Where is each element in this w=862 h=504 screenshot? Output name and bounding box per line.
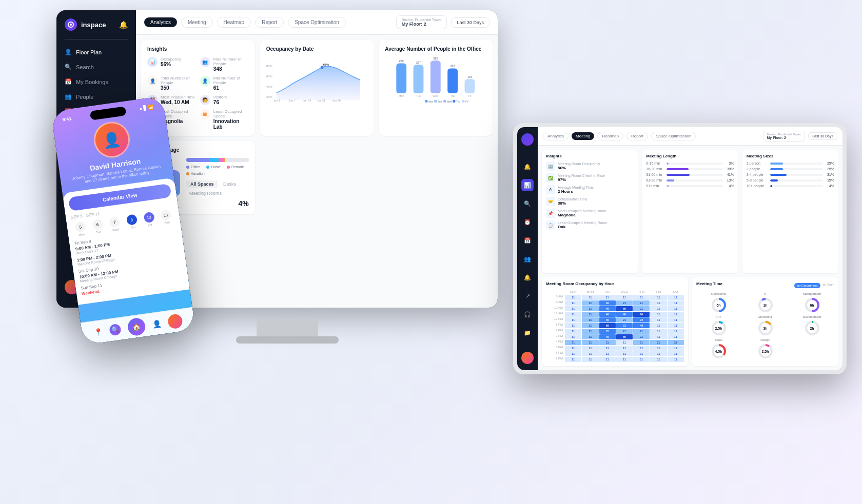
ms-1: 2 people 25%	[747, 167, 834, 171]
day-8: 8	[126, 214, 138, 226]
svg-text:257: 257	[416, 61, 421, 64]
nav-pill-heatmap[interactable]: Heatmap	[217, 17, 251, 28]
insight-occupancy: 📊 Occupancy 56%	[147, 57, 196, 72]
tablet-device: 🔔 📊 🔍 ⏰ 📅 👥 🔔 ↗ 🎧 📁 Analytics Meeting He…	[513, 123, 847, 374]
occupancy-line-chart: 20% 40% 60% 80% 68% Jun 1 Jun 7	[266, 57, 368, 103]
sidebar-item-floorplan[interactable]: 👤 Floor Plan	[56, 45, 136, 59]
space-seg-office	[186, 158, 209, 162]
svg-rect-13	[397, 64, 407, 94]
insights-title: Insights	[147, 46, 249, 52]
tablet-nav-search[interactable]: 🔍	[521, 197, 534, 210]
sidebar-item-mybookings[interactable]: 📅 My Bookings	[56, 74, 136, 89]
svg-text:Mon: Mon	[429, 100, 434, 103]
search-icon: 🔍	[65, 64, 72, 70]
tablet-user-avatar[interactable]	[521, 352, 534, 364]
occ-chart-title: Occupancy by Date	[266, 46, 368, 52]
dashboard-grid: Insights 📊 Occupancy 56% 👥	[136, 35, 498, 219]
tablet-floor: My Floor: 2	[767, 136, 801, 139]
logo-icon	[65, 18, 77, 31]
tablet-topnav: Analytics Meeting Heatmap Report Space O…	[538, 127, 843, 146]
avg-people-chart: 262 257 312 210 107 Mon Tue Wed Thu Fri …	[385, 57, 486, 103]
time-label: Most Popular Time	[161, 95, 195, 99]
nav-pill-analytics[interactable]: Analytics	[144, 17, 177, 27]
svg-text:Fri: Fri	[466, 100, 468, 103]
t-insight-3: 🤝 Collaborative Time 38%	[546, 197, 634, 206]
least-space-value: Innovation Lab	[213, 118, 249, 130]
tablet-nav-calendar[interactable]: 📅	[521, 234, 534, 247]
tablet-nav-headphones[interactable]: 🎧	[521, 308, 534, 320]
desktop-logo: inspace 🔔	[56, 18, 136, 39]
phone-nav-home[interactable]: 🏠	[127, 317, 146, 336]
ml-4: 91+ min 4%	[646, 184, 734, 188]
tablet-bottom-content: Meeting Room Occupancy by Hour SUN MON T…	[538, 277, 843, 370]
insight-min-people: 👤 Min Number of People 61	[200, 76, 249, 91]
day-6-label: Tue	[90, 230, 107, 235]
nav-pill-report[interactable]: Report	[255, 17, 284, 28]
avg-ppl-title: Average Number of People in the Office	[385, 46, 486, 52]
total-ppl-icon: 👤	[147, 76, 158, 86]
phone-nav-avatar[interactable]	[167, 313, 183, 329]
location-selector[interactable]: Boston, Prudential Tower My Floor: 2 Las…	[396, 15, 489, 29]
nav-pill-meeting[interactable]: Meeting	[181, 17, 213, 28]
phone-time: 9:41	[62, 116, 72, 122]
svg-rect-17	[465, 79, 475, 93]
meeting-length-card: Meeting Length 0-15 min 3% 16-30 min 39%…	[642, 150, 738, 273]
tablet-loc-box[interactable]: Boston, Prudential Tower My Floor: 2	[763, 131, 806, 142]
space-seg-remote	[219, 158, 223, 162]
toggle-team[interactable]: by Team	[822, 283, 834, 288]
t-pill-meeting[interactable]: Meeting	[572, 132, 594, 140]
tablet-nav-folder[interactable]: 📁	[521, 327, 534, 339]
svg-text:Jun 21: Jun 21	[317, 99, 325, 102]
meeting-length-title: Meeting Length	[646, 154, 734, 158]
t-pill-heatmap[interactable]: Heatmap	[597, 132, 623, 140]
t-insight-4: 📌 Most Occupied Meeting Room Magnolia	[546, 209, 634, 218]
tablet-date-range[interactable]: Last 30 Days	[808, 132, 837, 140]
least-space-icon: 🏛	[200, 109, 210, 119]
nav-pill-spaceopt[interactable]: Space Optimization	[288, 17, 346, 28]
space-filter-meeting[interactable]: Meeting Rooms	[189, 191, 222, 196]
t-insight-5: 📋 Least Occupied Meeting Room Oak	[546, 220, 634, 230]
tablet-nav-share[interactable]: ↗	[521, 290, 534, 302]
space-filter-desks[interactable]: Desks	[223, 182, 236, 187]
svg-text:60%: 60%	[266, 75, 273, 78]
mt-management: Management 6h	[790, 292, 834, 313]
tablet-nav-analytics[interactable]: 📊	[521, 179, 534, 191]
phone-nav-people[interactable]: 👤	[152, 319, 162, 328]
day-7-label: Wed	[107, 227, 124, 232]
bell-icon[interactable]: 🔔	[119, 21, 128, 29]
heatmap-card: Meeting Room Occupancy by Hour SUN MON T…	[542, 277, 688, 366]
tablet-nav-clock[interactable]: ⏰	[521, 216, 534, 228]
t-pill-spaceopt[interactable]: Space Optimization	[651, 132, 696, 140]
space-filter-all[interactable]: All Spaces	[186, 180, 218, 188]
mt-it: IT 1h	[743, 292, 788, 313]
svg-text:Wed: Wed	[447, 100, 453, 103]
occupancy-icon: 📊	[147, 57, 158, 67]
t-insight-icon-2: ⏱	[546, 185, 555, 194]
legend-remote: Remote	[227, 165, 244, 169]
sidebar-item-search[interactable]: 🔍 Search	[56, 59, 136, 74]
tablet-nav-bell[interactable]: 🔔	[521, 160, 534, 173]
svg-point-30	[434, 100, 437, 103]
t-pill-analytics[interactable]: Analytics	[543, 132, 569, 140]
t-pill-report[interactable]: Report	[626, 132, 648, 140]
svg-point-34	[453, 100, 455, 103]
date-range-label: Last 30 Days	[457, 20, 484, 25]
occupancy-chart-card: Occupancy by Date 20% 40% 60% 80%	[260, 40, 374, 136]
phone-nav-location[interactable]: 📍	[93, 327, 103, 336]
most-space-label: Most Occupied Space	[161, 109, 196, 118]
phone-nav-search[interactable]: 🔍	[109, 323, 122, 336]
toggle-dept[interactable]: by Department	[794, 283, 820, 288]
location-box[interactable]: Boston, Prudential Tower My Floor: 2	[396, 15, 447, 29]
mt-hr: HR 2.5h	[696, 315, 741, 336]
tablet-nav-bell2[interactable]: 🔔	[521, 271, 534, 284]
sidebar-label-bookings: My Bookings	[76, 79, 108, 85]
tablet-main: Analytics Meeting Heatmap Report Space O…	[538, 127, 843, 370]
max-ppl-icon: 👥	[200, 57, 210, 67]
min-ppl-label: Min Number of People	[213, 76, 249, 85]
tablet-nav-people[interactable]: 👥	[521, 253, 534, 265]
t-insight-icon-1: ✅	[546, 173, 555, 183]
svg-text:Jun 28: Jun 28	[332, 99, 340, 102]
svg-rect-15	[430, 61, 441, 93]
day-10: 10	[143, 212, 155, 224]
date-range-box[interactable]: Last 30 Days	[451, 17, 489, 28]
